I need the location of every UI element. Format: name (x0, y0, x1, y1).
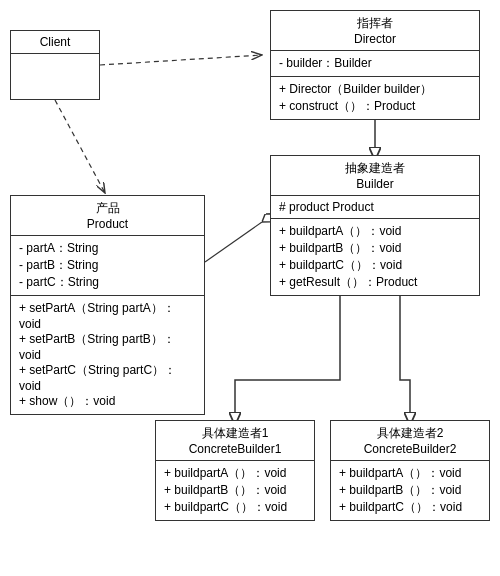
product-field-3: - partC：String (19, 274, 196, 291)
concrete1-method-3: + buildpartC（）：void (164, 499, 306, 516)
product-name-cn: 产品 (19, 200, 196, 217)
concrete1-methods: + buildpartA（）：void + buildpartB（）：void … (156, 461, 314, 520)
builder-name-en: Builder (279, 177, 471, 191)
builder-name-cn: 抽象建造者 (279, 160, 471, 177)
builder-header: 抽象建造者 Builder (271, 156, 479, 196)
director-method-1: + Director（Builder builder） (279, 81, 471, 98)
builder-method-1: + buildpartA（）：void (279, 223, 471, 240)
concrete1-name-en: ConcreteBuilder1 (164, 442, 306, 456)
client-header: Client (11, 31, 99, 54)
builder-method-4: + getResult（）：Product (279, 274, 471, 291)
product-name-en: Product (19, 217, 196, 231)
concrete2-method-2: + buildpartB（）：void (339, 482, 481, 499)
director-methods: + Director（Builder builder） + construct（… (271, 77, 479, 119)
builder-method-2: + buildpartB（）：void (279, 240, 471, 257)
concrete2-header: 具体建造者2 ConcreteBuilder2 (331, 421, 489, 461)
director-name-en: Director (279, 32, 471, 46)
builder-concrete2-arrow (400, 285, 410, 412)
client-box: Client (10, 30, 100, 100)
product-method-4: + show（）：void (19, 393, 196, 410)
director-fields: - builder：Builder (271, 51, 479, 77)
concrete2-box: 具体建造者2 ConcreteBuilder2 + buildpartA（）：v… (330, 420, 490, 521)
product-fields: - partA：String - partB：String - partC：St… (11, 236, 204, 296)
concrete2-method-3: + buildpartC（）：void (339, 499, 481, 516)
product-header: 产品 Product (11, 196, 204, 236)
director-method-2: + construct（）：Product (279, 98, 471, 115)
product-builder-line (205, 222, 262, 262)
builder-fields: # product Product (271, 196, 479, 219)
director-header: 指挥者 Director (271, 11, 479, 51)
builder-methods: + buildpartA（）：void + buildpartB（）：void … (271, 219, 479, 295)
director-box: 指挥者 Director - builder：Builder + Directo… (270, 10, 480, 120)
builder-box: 抽象建造者 Builder # product Product + buildp… (270, 155, 480, 296)
concrete2-name-cn: 具体建造者2 (339, 425, 481, 442)
product-method-1: + setPartA（String partA）：void (19, 300, 196, 331)
product-field-2: - partB：String (19, 257, 196, 274)
client-body (11, 54, 99, 98)
concrete1-header: 具体建造者1 ConcreteBuilder1 (156, 421, 314, 461)
concrete2-methods: + buildpartA（）：void + buildpartB（）：void … (331, 461, 489, 520)
product-field-1: - partA：String (19, 240, 196, 257)
product-method-3: + setPartC（String partC）：void (19, 362, 196, 393)
client-product-arrow (55, 100, 105, 193)
concrete1-method-1: + buildpartA（）：void (164, 465, 306, 482)
builder-concrete1-arrow (235, 285, 340, 412)
product-box: 产品 Product - partA：String - partB：String… (10, 195, 205, 415)
concrete1-box: 具体建造者1 ConcreteBuilder1 + buildpartA（）：v… (155, 420, 315, 521)
concrete1-method-2: + buildpartB（）：void (164, 482, 306, 499)
product-method-2: + setPartB（String partB）：void (19, 331, 196, 362)
director-name-cn: 指挥者 (279, 15, 471, 32)
concrete2-method-1: + buildpartA（）：void (339, 465, 481, 482)
builder-field-1: # product Product (279, 200, 471, 214)
client-director-arrow (100, 55, 262, 65)
client-name: Client (40, 35, 71, 49)
builder-method-3: + buildpartC（）：void (279, 257, 471, 274)
concrete2-name-en: ConcreteBuilder2 (339, 442, 481, 456)
concrete1-name-cn: 具体建造者1 (164, 425, 306, 442)
product-methods: + setPartA（String partA）：void + setPartB… (11, 296, 204, 414)
director-field-1: - builder：Builder (279, 55, 471, 72)
uml-diagram: Client 指挥者 Director - builder：Builder + … (0, 0, 500, 576)
